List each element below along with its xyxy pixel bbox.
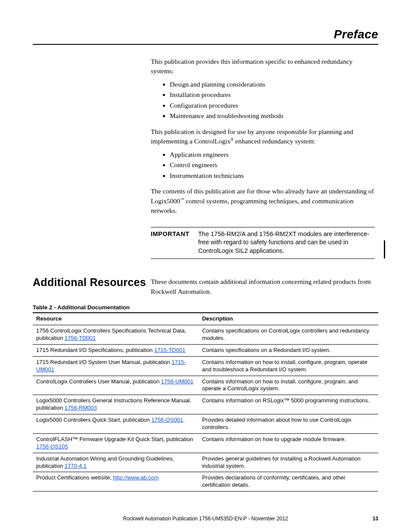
resource-cell: ControlFLASH™ Firmware Upgrade Kit Quick… <box>33 433 199 453</box>
resource-cell: Logix5000 Controllers Quick Start, publi… <box>33 414 199 434</box>
description-cell: Contains information on RSLogix™ 5000 pr… <box>199 395 378 414</box>
header-rule <box>33 44 378 45</box>
resource-cell: Product Certifications website, http://w… <box>33 472 199 492</box>
important-box: IMPORTANT The 1756-RM2/A and 1756-RM2XT … <box>151 227 375 259</box>
list-item: Maintenance and troubleshooting methods <box>170 111 375 121</box>
list-item: Control engineers <box>170 160 375 170</box>
publication-link[interactable]: 1770-4.1 <box>65 463 87 469</box>
important-label: IMPORTANT <box>151 230 198 255</box>
table-row: 1756 ControlLogix Controllers Specificat… <box>33 325 378 345</box>
description-cell: Provides detailed information about how … <box>199 414 378 434</box>
section-intro: These documents contain additional infor… <box>151 277 375 296</box>
intro-p1: This publication provides this informati… <box>151 57 375 76</box>
publication-link[interactable]: 1756-QS105 <box>36 443 68 450</box>
list-item: Installation procedures <box>170 90 375 100</box>
table-row: Logix5000 Controllers General Instructio… <box>33 395 378 414</box>
section-heading: Additional Resources <box>33 276 151 289</box>
list-item: Configuration procedures <box>170 101 375 110</box>
change-bar-icon <box>384 240 385 258</box>
table-row: 1715 Redundant I/O Specifications, publi… <box>33 344 378 356</box>
intro-p3: The contents of this publication are for… <box>151 187 375 215</box>
resource-cell: ControlLogix Controllers User Manual, pu… <box>33 376 199 395</box>
page: Preface This publication provides this i… <box>0 0 411 532</box>
list-item: Application engineers <box>170 150 375 159</box>
publication-link[interactable]: 1756-RM003 <box>65 404 97 411</box>
resource-cell: Industrial Automation Wiring and Groundi… <box>33 453 199 472</box>
resource-cell: 1715 Redundant I/O Specifications, publi… <box>33 344 199 356</box>
page-header-title: Preface <box>33 28 378 41</box>
intro-p2: This publication is designed for use by … <box>151 127 375 146</box>
intro-list1: Design and planning considerations Insta… <box>151 80 375 121</box>
table-row: Industrial Automation Wiring and Groundi… <box>33 453 378 472</box>
intro-list2: Application engineers Control engineers … <box>151 150 375 180</box>
table-row: ControlLogix Controllers User Manual, pu… <box>33 376 378 395</box>
resource-cell: 1715 Redundant I/O System User Manual, p… <box>33 356 199 376</box>
footer-text: Rockwell Automation Publication 1756-UM5… <box>50 516 361 522</box>
additional-resources-row: Additional Resources These documents con… <box>33 276 378 296</box>
description-cell: Provides declarations of conformity, cer… <box>199 472 378 492</box>
description-cell: Contains specifications on a Redundant I… <box>199 344 378 356</box>
table-row: 1715 Redundant I/O System User Manual, p… <box>33 356 378 376</box>
additional-documentation-table: Resource Description 1756 ControlLogix C… <box>33 312 378 492</box>
th-description: Description <box>199 313 378 325</box>
table-row: Product Certifications website, http://w… <box>33 472 378 492</box>
table-row: ControlFLASH™ Firmware Upgrade Kit Quick… <box>33 433 378 453</box>
resource-cell: 1756 ControlLogix Controllers Specificat… <box>33 325 199 345</box>
description-cell: Contains information on how to install, … <box>199 356 378 376</box>
description-cell: Contains information on how to upgrade m… <box>199 433 378 453</box>
intro-block: This publication provides this informati… <box>151 57 375 216</box>
description-cell: Provides general guidelines for installi… <box>199 453 378 472</box>
important-text: The 1756-RM2/A and 1756-RM2XT modules ar… <box>198 230 375 255</box>
publication-link[interactable]: 1756-UM001 <box>161 378 193 385</box>
th-resource: Resource <box>33 313 199 325</box>
publication-link[interactable]: 1756-QS001 <box>151 417 183 423</box>
description-cell: Contains information on how to install, … <box>199 376 378 395</box>
publication-link[interactable]: 1715-UM001 <box>36 359 186 373</box>
list-item: Design and planning considerations <box>170 80 375 89</box>
page-footer: Rockwell Automation Publication 1756-UM5… <box>33 516 378 522</box>
table-caption: Table 2 - Additional Documentation <box>33 304 378 311</box>
list-item: Instrumentation technicians <box>170 171 375 180</box>
publication-link[interactable]: 1715-TD001 <box>154 347 185 353</box>
publication-link[interactable]: http://www.ab.com <box>113 474 159 481</box>
page-number: 13 <box>361 516 378 522</box>
table-row: Logix5000 Controllers Quick Start, publi… <box>33 414 378 434</box>
publication-link[interactable]: 1756-TD001 <box>65 335 96 341</box>
resource-cell: Logix5000 Controllers General Instructio… <box>33 395 199 414</box>
description-cell: Contains specifications on ControlLogix … <box>199 325 378 345</box>
